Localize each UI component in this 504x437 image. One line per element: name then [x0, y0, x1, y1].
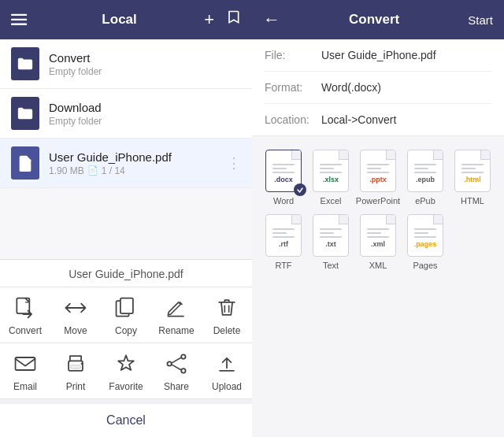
action-row-2: Email Print — [0, 343, 252, 399]
format-pages[interactable]: .pages Pages — [402, 213, 449, 270]
excel-label: Excel — [321, 196, 342, 206]
rtf-label: RTF — [275, 261, 291, 270]
copy-button[interactable]: Copy — [105, 294, 147, 336]
pptx-icon: .pptx — [360, 150, 396, 192]
copy-icon — [112, 294, 140, 322]
excel-icon: .xlsx — [313, 150, 349, 192]
format-txt[interactable]: .txt Text — [307, 213, 354, 270]
print-label: Print — [66, 381, 86, 392]
pages-icon: .pages — [407, 214, 443, 257]
delete-icon — [213, 294, 241, 322]
svg-rect-2 — [11, 24, 27, 25]
upload-label: Upload — [212, 381, 242, 392]
file-name: User Guide_iPhone.pdf — [49, 150, 227, 164]
favorite-icon — [112, 350, 140, 378]
add-icon[interactable]: + — [204, 9, 214, 30]
right-header: ← Convert Start — [252, 0, 504, 39]
format-row-2: .rtf RTF .txt Text — [260, 213, 496, 270]
email-icon — [11, 350, 39, 378]
share-button[interactable]: Share — [155, 350, 198, 392]
txt-label: Text — [323, 261, 339, 270]
menu-icon[interactable] — [11, 11, 35, 28]
word-label: Word — [273, 196, 294, 206]
pptx-label: PowerPoint — [356, 196, 400, 206]
svg-rect-10 — [71, 365, 80, 368]
excel-icon-wrap: .xlsx — [311, 149, 350, 193]
convert-icon — [11, 294, 39, 322]
email-label: Email — [13, 381, 37, 392]
txt-icon-wrap: .txt — [311, 213, 350, 257]
action-sheet: User Guide_iPhone.pdf Convert — [0, 259, 252, 437]
location-value: Local->Convert — [321, 113, 396, 126]
file-menu-button[interactable]: ⋮ — [227, 154, 241, 172]
delete-label: Delete — [213, 325, 241, 336]
xml-icon: .xml — [360, 214, 396, 257]
format-xml[interactable]: .xml XML — [354, 213, 402, 270]
folder-icon — [11, 47, 39, 80]
html-label: HTML — [461, 196, 484, 206]
upload-button[interactable]: Upload — [206, 350, 248, 392]
list-item[interactable]: Convert Empty folder — [0, 39, 252, 89]
share-label: Share — [164, 381, 189, 392]
action-sheet-title: User Guide_iPhone.pdf — [0, 260, 252, 287]
svg-line-16 — [172, 357, 181, 363]
format-rtf[interactable]: .rtf RTF — [260, 213, 307, 270]
svg-point-13 — [181, 368, 185, 372]
favorite-button[interactable]: Favorite — [105, 350, 147, 392]
move-button[interactable]: Move — [54, 294, 97, 336]
back-button[interactable]: ← — [263, 9, 280, 30]
txt-icon: .txt — [313, 214, 349, 257]
share-icon — [162, 350, 191, 378]
list-item[interactable]: Download Empty folder — [0, 89, 252, 139]
html-icon: .html — [454, 150, 491, 192]
svg-point-14 — [167, 361, 171, 365]
file-list: Convert Empty folder Download Empty fold… — [0, 39, 252, 259]
favorite-label: Favorite — [109, 381, 143, 392]
bookmark-icon[interactable] — [225, 9, 241, 30]
epub-icon: .epub — [407, 150, 443, 192]
delete-button[interactable]: Delete — [206, 294, 248, 336]
cancel-button[interactable]: Cancel — [0, 399, 252, 437]
file-value: User Guide_iPhone.pdf — [321, 49, 436, 61]
epub-icon-wrap: .epub — [406, 149, 445, 193]
location-label: Location: — [265, 113, 321, 126]
pages-label: Pages — [413, 261, 437, 270]
svg-rect-1 — [11, 19, 27, 20]
action-row-1: Convert Move — [0, 287, 252, 343]
file-info: User Guide_iPhone.pdf 1.90 MB 📄 1 / 14 — [49, 150, 227, 176]
file-sub: Empty folder — [49, 116, 241, 127]
local-title: Local — [35, 12, 204, 28]
selected-badge — [294, 183, 306, 196]
svg-rect-8 — [16, 357, 35, 370]
format-value: Word(.docx) — [321, 81, 381, 94]
format-label: Format: — [265, 81, 321, 94]
svg-point-12 — [181, 354, 185, 358]
epub-label: ePub — [415, 196, 435, 206]
file-name: Download — [49, 101, 241, 114]
file-sub: 1.90 MB 📄 1 / 14 — [49, 165, 227, 176]
email-button[interactable]: Email — [4, 350, 46, 392]
rtf-icon-wrap: .rtf — [264, 213, 303, 257]
list-item[interactable]: User Guide_iPhone.pdf 1.90 MB 📄 1 / 14 ⋮ — [0, 139, 252, 188]
rename-icon — [162, 294, 191, 322]
rtf-icon: .rtf — [265, 214, 302, 257]
format-epub[interactable]: .epub ePub — [402, 149, 449, 206]
left-panel: Local + Convert Empty folder Download — [0, 0, 252, 437]
format-pptx[interactable]: .pptx PowerPoint — [354, 149, 402, 206]
right-panel: ← Convert Start File: User Guide_iPhone.… — [252, 0, 504, 437]
format-word[interactable]: .docx Word — [260, 149, 307, 206]
print-button[interactable]: Print — [54, 350, 97, 392]
format-html[interactable]: .html HTML — [449, 149, 496, 206]
convert-button[interactable]: Convert — [4, 294, 46, 336]
rename-button[interactable]: Rename — [155, 294, 198, 336]
print-icon — [61, 350, 90, 378]
format-row: Format: Word(.docx) — [265, 72, 491, 104]
format-row-1: .docx Word .xlsx Excel — [260, 149, 496, 206]
format-excel[interactable]: .xlsx Excel — [307, 149, 354, 206]
pages-icon-wrap: .pages — [406, 213, 445, 257]
file-name: Convert — [49, 51, 241, 65]
copy-label: Copy — [115, 325, 137, 336]
start-button[interactable]: Start — [468, 13, 493, 27]
file-sub: Empty folder — [49, 66, 241, 77]
file-size: 1.90 MB — [49, 165, 84, 176]
